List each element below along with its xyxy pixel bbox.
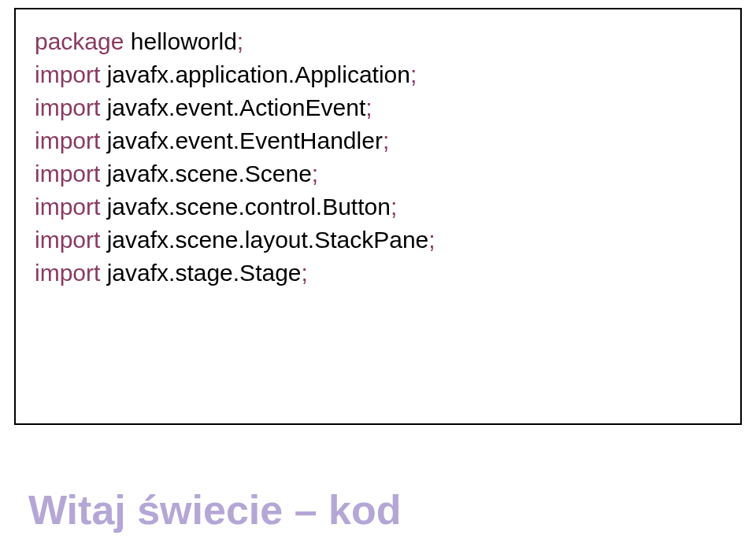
import-path: javafx.stage.Stage [100,260,301,286]
import-path: javafx.scene.layout.StackPane [100,227,428,253]
semicolon: ; [428,227,435,253]
keyword-import: import [35,194,100,220]
keyword-package: package [35,28,124,54]
keyword-import: import [35,61,100,87]
semicolon: ; [383,127,389,153]
page-title: Witaj świecie – kod [28,486,401,534]
keyword-import: import [35,227,100,253]
keyword-import: import [35,127,100,153]
semicolon: ; [365,94,372,120]
keyword-import: import [35,161,100,187]
semicolon: ; [410,61,417,87]
code-line-import-2: import javafx.event.EventHandler; [35,124,721,157]
semicolon: ; [391,194,397,220]
import-path: javafx.scene.control.Button [100,194,391,220]
code-line-import-6: import javafx.stage.Stage; [35,257,721,290]
package-name: helloworld [124,28,236,54]
import-path: javafx.event.EventHandler [100,127,383,153]
code-line-import-4: import javafx.scene.control.Button; [35,190,721,223]
import-path: javafx.scene.Scene [100,161,312,187]
code-line-import-0: import javafx.application.Application; [35,58,721,91]
semicolon: ; [302,260,308,286]
semicolon: ; [312,161,318,187]
code-line-import-5: import javafx.scene.layout.StackPane; [35,223,721,257]
import-path: javafx.application.Application [100,61,410,87]
code-line-package: package helloworld; [35,25,721,58]
import-path: javafx.event.ActionEvent [100,94,365,120]
keyword-import: import [35,260,100,286]
keyword-import: import [35,94,100,120]
semicolon: ; [237,28,243,54]
code-line-import-1: import javafx.event.ActionEvent; [35,91,721,124]
code-line-import-3: import javafx.scene.Scene; [35,157,721,190]
code-container: package helloworld; import javafx.applic… [14,8,742,425]
